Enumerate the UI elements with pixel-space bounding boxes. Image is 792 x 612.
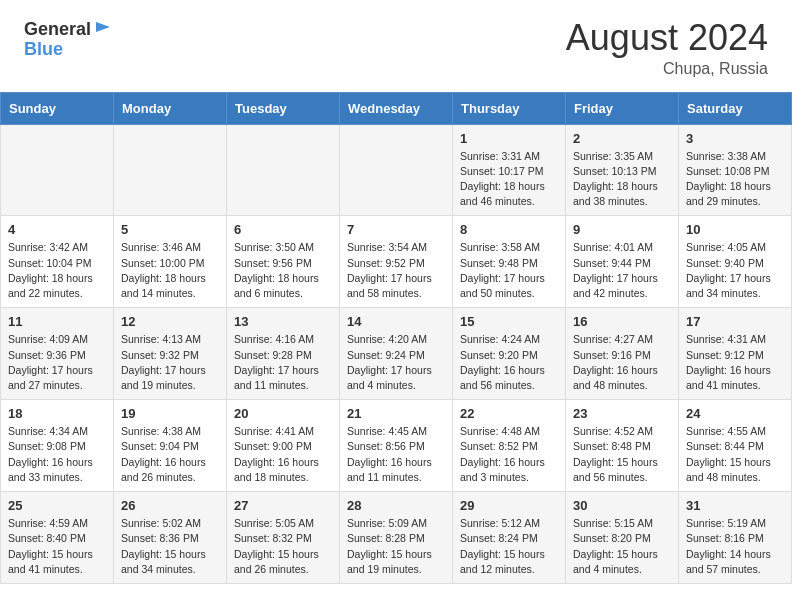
calendar-cell: 4Sunrise: 3:42 AMSunset: 10:04 PMDayligh… <box>1 216 114 308</box>
calendar-cell: 25Sunrise: 4:59 AMSunset: 8:40 PMDayligh… <box>1 492 114 584</box>
calendar-cell: 29Sunrise: 5:12 AMSunset: 8:24 PMDayligh… <box>453 492 566 584</box>
day-info: Sunrise: 3:54 AMSunset: 9:52 PMDaylight:… <box>347 240 445 301</box>
day-header-friday: Friday <box>566 92 679 124</box>
day-number: 24 <box>686 406 784 421</box>
day-info: Sunrise: 4:13 AMSunset: 9:32 PMDaylight:… <box>121 332 219 393</box>
day-info: Sunrise: 4:24 AMSunset: 9:20 PMDaylight:… <box>460 332 558 393</box>
day-info: Sunrise: 3:35 AMSunset: 10:13 PMDaylight… <box>573 149 671 210</box>
logo-blue: Blue <box>24 40 63 58</box>
logo-general: General <box>24 20 91 38</box>
day-number: 17 <box>686 314 784 329</box>
calendar-cell <box>227 124 340 216</box>
calendar-header-row: SundayMondayTuesdayWednesdayThursdayFrid… <box>1 92 792 124</box>
day-info: Sunrise: 4:34 AMSunset: 9:08 PMDaylight:… <box>8 424 106 485</box>
day-info: Sunrise: 4:48 AMSunset: 8:52 PMDaylight:… <box>460 424 558 485</box>
month-year: August 2024 <box>566 18 768 58</box>
calendar-cell: 10Sunrise: 4:05 AMSunset: 9:40 PMDayligh… <box>679 216 792 308</box>
day-info: Sunrise: 5:19 AMSunset: 8:16 PMDaylight:… <box>686 516 784 577</box>
day-number: 20 <box>234 406 332 421</box>
day-info: Sunrise: 5:09 AMSunset: 8:28 PMDaylight:… <box>347 516 445 577</box>
calendar-cell: 18Sunrise: 4:34 AMSunset: 9:08 PMDayligh… <box>1 400 114 492</box>
calendar-cell: 22Sunrise: 4:48 AMSunset: 8:52 PMDayligh… <box>453 400 566 492</box>
day-info: Sunrise: 5:05 AMSunset: 8:32 PMDaylight:… <box>234 516 332 577</box>
day-number: 10 <box>686 222 784 237</box>
day-info: Sunrise: 3:42 AMSunset: 10:04 PMDaylight… <box>8 240 106 301</box>
day-number: 29 <box>460 498 558 513</box>
calendar-cell: 11Sunrise: 4:09 AMSunset: 9:36 PMDayligh… <box>1 308 114 400</box>
calendar-cell <box>114 124 227 216</box>
day-number: 30 <box>573 498 671 513</box>
day-number: 28 <box>347 498 445 513</box>
calendar-cell: 21Sunrise: 4:45 AMSunset: 8:56 PMDayligh… <box>340 400 453 492</box>
calendar-week-row: 1Sunrise: 3:31 AMSunset: 10:17 PMDayligh… <box>1 124 792 216</box>
calendar-cell <box>340 124 453 216</box>
day-number: 18 <box>8 406 106 421</box>
day-number: 27 <box>234 498 332 513</box>
day-info: Sunrise: 3:50 AMSunset: 9:56 PMDaylight:… <box>234 240 332 301</box>
day-info: Sunrise: 4:05 AMSunset: 9:40 PMDaylight:… <box>686 240 784 301</box>
calendar-cell: 1Sunrise: 3:31 AMSunset: 10:17 PMDayligh… <box>453 124 566 216</box>
day-info: Sunrise: 4:41 AMSunset: 9:00 PMDaylight:… <box>234 424 332 485</box>
calendar-cell: 8Sunrise: 3:58 AMSunset: 9:48 PMDaylight… <box>453 216 566 308</box>
calendar-cell: 13Sunrise: 4:16 AMSunset: 9:28 PMDayligh… <box>227 308 340 400</box>
day-info: Sunrise: 4:55 AMSunset: 8:44 PMDaylight:… <box>686 424 784 485</box>
calendar-cell: 28Sunrise: 5:09 AMSunset: 8:28 PMDayligh… <box>340 492 453 584</box>
day-info: Sunrise: 4:52 AMSunset: 8:48 PMDaylight:… <box>573 424 671 485</box>
calendar-table: SundayMondayTuesdayWednesdayThursdayFrid… <box>0 92 792 584</box>
day-header-sunday: Sunday <box>1 92 114 124</box>
calendar-cell: 19Sunrise: 4:38 AMSunset: 9:04 PMDayligh… <box>114 400 227 492</box>
day-number: 8 <box>460 222 558 237</box>
calendar-cell: 17Sunrise: 4:31 AMSunset: 9:12 PMDayligh… <box>679 308 792 400</box>
day-number: 3 <box>686 131 784 146</box>
calendar-cell: 31Sunrise: 5:19 AMSunset: 8:16 PMDayligh… <box>679 492 792 584</box>
day-info: Sunrise: 3:31 AMSunset: 10:17 PMDaylight… <box>460 149 558 210</box>
day-info: Sunrise: 4:01 AMSunset: 9:44 PMDaylight:… <box>573 240 671 301</box>
svg-marker-0 <box>96 22 110 32</box>
day-header-wednesday: Wednesday <box>340 92 453 124</box>
day-header-tuesday: Tuesday <box>227 92 340 124</box>
day-number: 5 <box>121 222 219 237</box>
calendar-week-row: 11Sunrise: 4:09 AMSunset: 9:36 PMDayligh… <box>1 308 792 400</box>
calendar-cell: 24Sunrise: 4:55 AMSunset: 8:44 PMDayligh… <box>679 400 792 492</box>
day-number: 13 <box>234 314 332 329</box>
day-number: 14 <box>347 314 445 329</box>
day-info: Sunrise: 3:46 AMSunset: 10:00 PMDaylight… <box>121 240 219 301</box>
day-info: Sunrise: 4:45 AMSunset: 8:56 PMDaylight:… <box>347 424 445 485</box>
calendar-cell: 6Sunrise: 3:50 AMSunset: 9:56 PMDaylight… <box>227 216 340 308</box>
calendar-cell: 30Sunrise: 5:15 AMSunset: 8:20 PMDayligh… <box>566 492 679 584</box>
page-header: General Blue August 2024 Chupa, Russia <box>0 0 792 88</box>
day-header-saturday: Saturday <box>679 92 792 124</box>
day-number: 22 <box>460 406 558 421</box>
day-info: Sunrise: 4:38 AMSunset: 9:04 PMDaylight:… <box>121 424 219 485</box>
day-info: Sunrise: 4:16 AMSunset: 9:28 PMDaylight:… <box>234 332 332 393</box>
calendar-cell: 14Sunrise: 4:20 AMSunset: 9:24 PMDayligh… <box>340 308 453 400</box>
calendar-week-row: 25Sunrise: 4:59 AMSunset: 8:40 PMDayligh… <box>1 492 792 584</box>
calendar-cell: 20Sunrise: 4:41 AMSunset: 9:00 PMDayligh… <box>227 400 340 492</box>
calendar-cell: 15Sunrise: 4:24 AMSunset: 9:20 PMDayligh… <box>453 308 566 400</box>
day-info: Sunrise: 4:31 AMSunset: 9:12 PMDaylight:… <box>686 332 784 393</box>
day-number: 6 <box>234 222 332 237</box>
day-number: 26 <box>121 498 219 513</box>
day-info: Sunrise: 4:59 AMSunset: 8:40 PMDaylight:… <box>8 516 106 577</box>
day-number: 11 <box>8 314 106 329</box>
day-number: 7 <box>347 222 445 237</box>
day-info: Sunrise: 4:09 AMSunset: 9:36 PMDaylight:… <box>8 332 106 393</box>
day-number: 19 <box>121 406 219 421</box>
calendar-cell: 9Sunrise: 4:01 AMSunset: 9:44 PMDaylight… <box>566 216 679 308</box>
day-number: 12 <box>121 314 219 329</box>
day-number: 2 <box>573 131 671 146</box>
calendar-week-row: 4Sunrise: 3:42 AMSunset: 10:04 PMDayligh… <box>1 216 792 308</box>
day-info: Sunrise: 3:58 AMSunset: 9:48 PMDaylight:… <box>460 240 558 301</box>
location: Chupa, Russia <box>566 60 768 78</box>
logo: General Blue <box>24 18 112 58</box>
day-info: Sunrise: 5:12 AMSunset: 8:24 PMDaylight:… <box>460 516 558 577</box>
day-number: 1 <box>460 131 558 146</box>
day-number: 16 <box>573 314 671 329</box>
logo-icon <box>94 18 112 36</box>
day-number: 23 <box>573 406 671 421</box>
day-number: 4 <box>8 222 106 237</box>
day-number: 21 <box>347 406 445 421</box>
calendar-cell: 5Sunrise: 3:46 AMSunset: 10:00 PMDayligh… <box>114 216 227 308</box>
day-number: 25 <box>8 498 106 513</box>
calendar-cell: 16Sunrise: 4:27 AMSunset: 9:16 PMDayligh… <box>566 308 679 400</box>
